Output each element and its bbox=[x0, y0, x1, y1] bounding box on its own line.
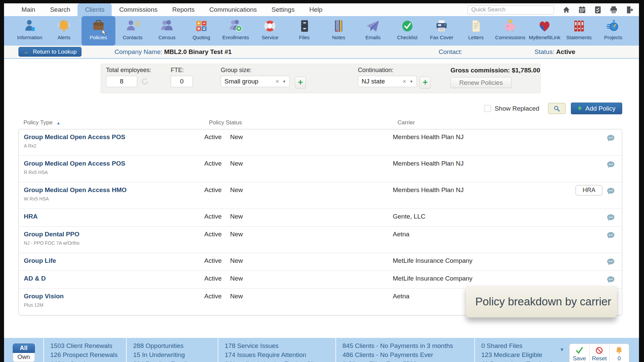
continuation-select[interactable]: NJ state × ▼ bbox=[358, 76, 417, 87]
statusbar-expand-caret[interactable]: ▼ bbox=[559, 347, 565, 362]
chat-bubble-icon[interactable] bbox=[606, 275, 615, 284]
alerts-count-button[interactable]: 0 bbox=[609, 344, 629, 362]
policy-type-link[interactable]: HRA bbox=[24, 213, 38, 220]
table-row: HRA Active New Gente, LLC bbox=[19, 209, 622, 227]
chevron-down-icon[interactable]: ▼ bbox=[282, 79, 286, 83]
column-header-policy-type[interactable]: Policy Type ▲ bbox=[18, 119, 209, 126]
save-button[interactable]: Save bbox=[570, 344, 589, 362]
clear-icon[interactable]: × bbox=[403, 78, 407, 85]
toolbar-item-fax-cover[interactable]: Fax Cover bbox=[425, 16, 459, 46]
toolbar-item-service[interactable]: Service bbox=[253, 16, 287, 46]
menu-item-main[interactable]: Main bbox=[14, 3, 43, 16]
refresh-icon[interactable] bbox=[141, 77, 149, 86]
chat-bubble-icon[interactable] bbox=[606, 231, 615, 240]
toolbar-item-information[interactable]: Information bbox=[13, 16, 47, 46]
toolbar-item-census[interactable]: Census bbox=[150, 16, 184, 46]
policy-type-header-label: Policy Type bbox=[23, 119, 53, 126]
show-replaced-checkbox[interactable] bbox=[484, 105, 491, 112]
add-continuation-button[interactable]: + bbox=[420, 77, 431, 88]
menu-item-help[interactable]: Help bbox=[302, 3, 330, 16]
statusbar-link[interactable]: 126 Prospect Renewals bbox=[50, 350, 126, 359]
policy-type-link[interactable]: Group Dental PPO bbox=[24, 231, 79, 238]
toolbar-item-checklist[interactable]: Checklist bbox=[390, 16, 424, 46]
toolbar-item-letters[interactable]: Letters bbox=[459, 16, 493, 46]
statusbar-link[interactable]: 174 Issues Require Attention bbox=[225, 350, 335, 359]
chat-bubble-icon[interactable] bbox=[606, 187, 615, 195]
toolbar-item-notes[interactable]: Notes bbox=[322, 16, 356, 46]
toolbar-item-contacts[interactable]: Contacts bbox=[116, 16, 150, 46]
statusbar-link[interactable]: 123 Medicare Eligible bbox=[481, 350, 559, 359]
statusbar-filter-own[interactable]: Own bbox=[13, 353, 35, 362]
gross-commission-label: Gross commission: bbox=[450, 67, 510, 74]
statusbar-link[interactable]: 0 Non-discrimination Testing Clients bbox=[225, 359, 335, 362]
toolbar-item-enrollments[interactable]: Enrollments bbox=[219, 16, 253, 46]
menu-item-clients[interactable]: Clients bbox=[77, 3, 112, 16]
statusbar-link[interactable]: 845 Clients - No Payments in 3 months bbox=[342, 341, 474, 350]
policy-type-link[interactable]: Group Medical Open Access POS bbox=[24, 133, 125, 140]
chat-bubble-icon[interactable] bbox=[606, 134, 615, 142]
chat-bubble-icon[interactable] bbox=[606, 160, 615, 169]
statusbar-link[interactable]: 178 Service Issues bbox=[225, 341, 335, 350]
print-icon[interactable] bbox=[609, 6, 618, 14]
total-employees-group: Total employees: bbox=[106, 67, 151, 87]
add-group-size-button[interactable]: + bbox=[295, 77, 306, 88]
home-icon[interactable] bbox=[562, 6, 571, 14]
menu-item-settings[interactable]: Settings bbox=[264, 3, 302, 16]
menu-bar: MainSearchClientsCommissionsReportsCommu… bbox=[4, 3, 639, 16]
menu-item-commissions[interactable]: Commissions bbox=[112, 3, 165, 16]
toolbar-item-alerts[interactable]: Alerts bbox=[47, 16, 81, 46]
toolbar-item-projects[interactable]: Projects bbox=[596, 16, 630, 46]
statusbar-link[interactable]: 288 Opportunities bbox=[133, 341, 218, 350]
fte-input[interactable] bbox=[171, 76, 193, 87]
toolbar-item-commissions[interactable]: Commissions bbox=[493, 16, 527, 46]
statusbar-filter-all[interactable]: All bbox=[13, 344, 35, 353]
statusbar-column: 1503 Client Renewals126 Prospect Renewal… bbox=[43, 338, 126, 362]
toolbar-item-policies[interactable]: Policies bbox=[82, 16, 115, 46]
quick-search-input[interactable] bbox=[468, 5, 554, 14]
group-size-select[interactable]: Small group × ▼ bbox=[221, 76, 290, 87]
statusbar-link[interactable]: 142 In Quoting bbox=[50, 359, 126, 362]
status-label: Status: bbox=[535, 48, 554, 55]
toolbar-item-quoting[interactable]: Quoting bbox=[184, 16, 218, 46]
add-policy-button[interactable]: + Add Policy bbox=[571, 103, 622, 114]
menu-item-search[interactable]: Search bbox=[43, 3, 77, 16]
reset-button[interactable]: Reset bbox=[589, 344, 609, 362]
clear-icon[interactable]: × bbox=[276, 78, 279, 85]
heart-icon bbox=[537, 19, 552, 33]
policy-type-link[interactable]: Group Life bbox=[24, 257, 56, 264]
statusbar-link[interactable]: 486 Clients - No Payments Ever bbox=[342, 350, 474, 359]
toolbar-item-mybenefitlink[interactable]: MyBenefitLink bbox=[528, 16, 561, 46]
calendar-icon[interactable] bbox=[578, 6, 586, 14]
menu-item-reports[interactable]: Reports bbox=[165, 3, 202, 16]
toolbar-item-statements[interactable]: Statements bbox=[562, 16, 596, 46]
plus-icon: + bbox=[578, 104, 582, 113]
toolbar-item-emails[interactable]: Emails bbox=[356, 16, 390, 46]
app-window: MainSearchClientsCommissionsReportsCommu… bbox=[4, 3, 639, 362]
column-header-carrier[interactable]: Carrier bbox=[397, 119, 622, 126]
search-policies-button[interactable] bbox=[548, 103, 566, 114]
tasks-icon[interactable] bbox=[594, 6, 602, 14]
exit-icon[interactable] bbox=[625, 6, 634, 14]
policy-type-link[interactable]: Group Medical Open Access POS bbox=[24, 160, 125, 167]
chat-bubble-icon[interactable] bbox=[606, 213, 615, 222]
statusbar-link[interactable]: 41 Dependents Turning Age bbox=[481, 359, 559, 362]
toolbar-item-files[interactable]: Files bbox=[287, 16, 321, 46]
policy-type-link[interactable]: Group Vision bbox=[24, 293, 64, 300]
chevron-down-icon[interactable]: ▼ bbox=[410, 79, 413, 83]
return-to-lookup-button[interactable]: ← Return to Lookup bbox=[18, 47, 82, 57]
renew-policies-button[interactable]: Renew Policies bbox=[450, 77, 512, 88]
statusbar-link[interactable]: 1503 Client Renewals bbox=[50, 341, 126, 350]
scope-toggle: All Own bbox=[4, 338, 43, 362]
policy-type-link[interactable]: AD & D bbox=[24, 275, 46, 282]
menu-item-communications[interactable]: Communications bbox=[202, 3, 264, 16]
chat-bubble-icon[interactable] bbox=[606, 257, 615, 266]
column-header-policy-status[interactable]: Policy Status bbox=[209, 119, 397, 126]
company-name-label: Company Name: bbox=[114, 48, 162, 55]
statusbar-link[interactable]: 15 In Underwriting bbox=[133, 350, 218, 359]
statusbar-link[interactable]: 294 Pending Enrollments bbox=[133, 359, 218, 362]
total-employees-input[interactable] bbox=[106, 76, 137, 87]
statusbar-link[interactable]: 0 Clients Filing Form 5500 bbox=[342, 359, 474, 362]
policy-type-link[interactable]: Group Medical Open Access HMO bbox=[24, 186, 127, 193]
fte-label: FTE: bbox=[171, 67, 193, 74]
statusbar-link[interactable]: 0 Shared Files bbox=[481, 341, 559, 350]
